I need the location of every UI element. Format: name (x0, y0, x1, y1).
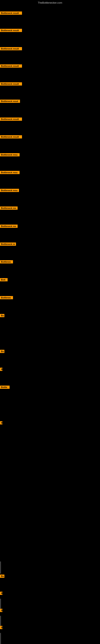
bottleneck-result-badge[interactable]: Bottleneck result (0, 135, 22, 138)
bottleneck-result-badge[interactable]: B (0, 421, 2, 424)
bottleneck-result-badge-small[interactable]: B (0, 592, 2, 595)
bottleneck-result-badge[interactable]: Bottle (0, 386, 10, 389)
bottleneck-result-badge[interactable]: Bottleneck resul (0, 100, 20, 103)
bottleneck-result-badge[interactable]: Bottleneck re (0, 242, 16, 246)
site-title: TheBottlenecker.com (0, 0, 100, 6)
bottleneck-result-badge[interactable]: Bottleneck result (0, 12, 22, 15)
bottleneck-result-badge[interactable]: Bottleneck result (0, 64, 22, 68)
bottleneck-result-badge-small[interactable]: Bo (0, 574, 4, 578)
bottleneck-result-badge[interactable]: Bottleneck result (0, 29, 22, 32)
bottleneck-result-badge[interactable]: Bo (0, 314, 4, 317)
bottleneck-result-badge[interactable]: Bottleneck resu (0, 189, 19, 192)
vertical-line (0, 562, 1, 574)
bottleneck-result-badge[interactable]: Bottleneck resu (0, 171, 20, 174)
bottleneck-result-badge[interactable]: Bottlenec (0, 260, 13, 264)
bottleneck-result-badge[interactable]: Bottleneck res (0, 224, 18, 228)
bottleneck-result-badge-small[interactable]: B (0, 609, 2, 612)
bottleneck-result-badge[interactable]: Bottleneck resu (0, 153, 20, 156)
bottleneck-result-badge[interactable]: Bottleneck res (0, 206, 18, 210)
bottleneck-result-badge[interactable]: Bottleneck result (0, 118, 22, 121)
bottleneck-result-badge[interactable]: Bottlenec (0, 296, 13, 299)
vertical-line (0, 633, 1, 644)
bottleneck-result-badge[interactable]: Bott (0, 278, 8, 281)
bottleneck-result-badge[interactable]: Bottleneck result (0, 47, 22, 50)
bottleneck-result-badge[interactable]: Bottleneck result (0, 82, 22, 86)
bottleneck-result-badge-small[interactable]: B (0, 626, 2, 629)
bottleneck-result-badge[interactable]: B (0, 368, 2, 371)
bottleneck-result-badge[interactable]: Bo (0, 350, 4, 353)
